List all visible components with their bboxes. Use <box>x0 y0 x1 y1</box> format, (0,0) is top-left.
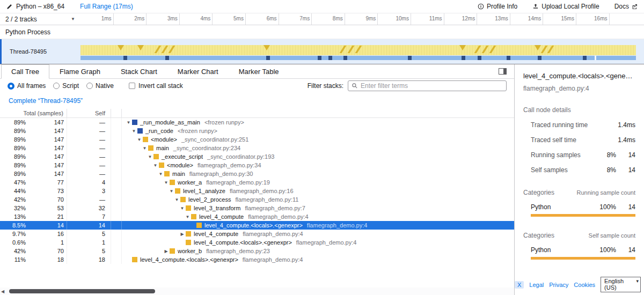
table-row[interactable]: 89%147—▼<module>_sync_coordinator.py:251 <box>0 135 514 144</box>
self-samples: 14 <box>67 221 111 230</box>
detail-percent: 8% <box>600 151 616 159</box>
cpu-sample-segment <box>318 56 321 60</box>
table-row[interactable]: 32%5332▼level_3_transformflamegraph_demo… <box>0 204 514 212</box>
thread-track[interactable]: Thread-78495 <box>0 39 644 64</box>
tab-bar: Call TreeFlame GraphStack ChartMarker Ch… <box>0 64 514 79</box>
table-row[interactable]: 47%774▼worker_aflamegraph_demo.py:19 <box>0 178 514 187</box>
radio-native[interactable]: Native <box>86 82 114 90</box>
profile-info-button[interactable]: Profile Info <box>478 3 517 10</box>
function-cell: ▼worker_aflamegraph_demo.py:19 <box>122 178 514 187</box>
collapse-icon[interactable]: ▼ <box>141 146 148 151</box>
table-row[interactable]: 11%1818level_4_compute.<locals>.<genexpr… <box>0 255 514 264</box>
total-percent: 0.6% <box>0 238 26 247</box>
total-percent: 89% <box>0 144 26 152</box>
footer-link-cookies[interactable]: Cookies <box>574 282 595 288</box>
language-select[interactable]: English (US) <box>601 277 641 292</box>
scroll-left-arrow-icon[interactable]: ◀ <box>1 289 4 294</box>
radio-script[interactable]: Script <box>53 82 79 90</box>
category-bar <box>531 257 635 260</box>
category-strip <box>111 238 122 247</box>
tracks-dropdown[interactable]: 2 / 2 tracks ▼ <box>0 13 80 25</box>
total-percent: 13% <box>0 212 26 221</box>
collapse-icon[interactable]: ▼ <box>168 189 175 194</box>
function-cell: ▼level_3_transformflamegraph_demo.py:7 <box>122 204 514 212</box>
category-percent: 100% <box>599 203 616 211</box>
footer-link-legal[interactable]: Legal <box>529 282 544 288</box>
self-samples: — <box>67 152 111 161</box>
edit-profile-name-icon[interactable] <box>6 4 12 10</box>
flame-band[interactable] <box>80 45 636 55</box>
function-location: _sync_coordinator.py:193 <box>207 153 274 160</box>
expand-icon[interactable]: ▶ <box>163 249 170 254</box>
tab-flame-graph[interactable]: Flame Graph <box>49 64 111 78</box>
table-row[interactable]: 89%147—▼_execute_script_sync_coordinator… <box>0 152 514 161</box>
table-row[interactable]: 0.6%11level_4_compute.<locals>.<genexpr>… <box>0 238 514 247</box>
tab-marker-table[interactable]: Marker Table <box>229 64 289 78</box>
collapse-icon[interactable]: ▼ <box>152 163 159 168</box>
footer-link-privacy[interactable]: Privacy <box>549 282 568 288</box>
expand-icon[interactable]: ▶ <box>179 232 186 237</box>
function-cell: ▼level_2_processflamegraph_demo.py:11 <box>122 195 514 204</box>
total-percent: 9.7% <box>0 230 26 238</box>
total-percent: 89% <box>0 152 26 161</box>
table-row[interactable]: 13%217▼level_4_computeflamegraph_demo.py… <box>0 212 514 221</box>
collapse-icon[interactable]: ▼ <box>130 129 137 134</box>
full-range-link[interactable]: Full Range (17ms) <box>80 3 133 10</box>
table-row[interactable]: 44%733▼level_1_analyzeflamegraph_demo.py… <box>0 187 514 195</box>
table-row[interactable]: 89%147—▼main_sync_coordinator.py:234 <box>0 144 514 152</box>
collapse-icon[interactable]: ▼ <box>179 206 186 211</box>
footer-link-x[interactable]: X <box>515 281 524 289</box>
function-name: <module> <box>151 136 177 143</box>
ruler-tick: 11ms <box>411 13 444 25</box>
marker-slash-icon <box>482 46 489 53</box>
thread-activity-canvas[interactable] <box>80 45 636 60</box>
table-row[interactable]: 89%147—▼_run_module_as_main<frozen runpy… <box>0 118 514 127</box>
marker-slash-icon <box>340 46 347 53</box>
breadcrumb[interactable]: Complete “Thread-78495” <box>4 95 87 107</box>
total-samples-column-header[interactable]: Total (samples) <box>0 109 67 117</box>
profile-title[interactable]: Python – x86_64 <box>16 3 64 10</box>
collapse-icon[interactable]: ▼ <box>125 120 132 125</box>
collapse-icon[interactable]: ▼ <box>184 215 191 219</box>
collapse-icon[interactable]: ▼ <box>157 172 164 176</box>
total-samples: 18 <box>26 255 67 264</box>
invert-call-stack-checkbox[interactable]: Invert call stack <box>129 82 183 90</box>
category-square-icon <box>132 120 137 125</box>
table-row[interactable]: 42%70—▼level_2_processflamegraph_demo.py… <box>0 195 514 204</box>
collapse-icon[interactable]: ▼ <box>147 154 153 159</box>
detail-values: 8%14 <box>600 151 635 159</box>
detail-value: 14 <box>616 151 635 159</box>
sidebar-toggle-icon[interactable] <box>499 68 507 75</box>
filter-input[interactable] <box>361 82 503 90</box>
ruler-tick: 3ms <box>147 13 180 25</box>
table-row[interactable]: 89%147—▼_run_code<frozen runpy> <box>0 127 514 135</box>
category-square-icon <box>191 214 196 219</box>
docs-link[interactable]: Docs <box>614 3 638 10</box>
cpu-sample-segment <box>538 56 541 60</box>
table-row[interactable]: 89%147—▼<module>flamegraph_demo.py:34 <box>0 161 514 169</box>
collapse-icon[interactable]: ▼ <box>163 180 170 185</box>
tab-stack-chart[interactable]: Stack Chart <box>111 64 167 78</box>
upload-profile-button[interactable]: Upload Local Profile <box>532 3 599 10</box>
ruler-tick: 12ms <box>444 13 478 25</box>
table-row[interactable]: 42%705▶worker_bflamegraph_demo.py:23 <box>0 247 514 255</box>
category-row: Python100%14 <box>523 246 635 254</box>
collapse-icon[interactable]: ▼ <box>136 137 143 142</box>
radio-all-frames[interactable]: All frames <box>8 82 46 90</box>
table-row[interactable]: 89%147—▼mainflamegraph_demo.py:30 <box>0 169 514 178</box>
self-samples: 5 <box>67 247 111 255</box>
category-strip <box>111 118 122 127</box>
tab-marker-chart[interactable]: Marker Chart <box>167 64 229 78</box>
thread-track-label[interactable]: Thread-78495 <box>2 39 80 64</box>
call-node-details: Traced running time1.4msTraced self time… <box>523 121 635 174</box>
table-row[interactable]: 8.5%1414level_4_compute.<locals>.<genexp… <box>0 221 514 230</box>
scrollbar-thumb[interactable] <box>9 289 155 293</box>
collapse-icon[interactable]: ▼ <box>173 197 180 202</box>
table-row[interactable]: 9.7%165▶level_4_computeflamegraph_demo.p… <box>0 230 514 238</box>
self-column-header[interactable]: Self <box>67 109 111 117</box>
sample-strip[interactable] <box>80 56 636 60</box>
process-track[interactable]: Python Process <box>0 25 644 39</box>
horizontal-scrollbar[interactable]: ◀ <box>0 287 514 295</box>
total-percent: 44% <box>0 187 26 195</box>
tab-call-tree[interactable]: Call Tree <box>1 64 49 79</box>
